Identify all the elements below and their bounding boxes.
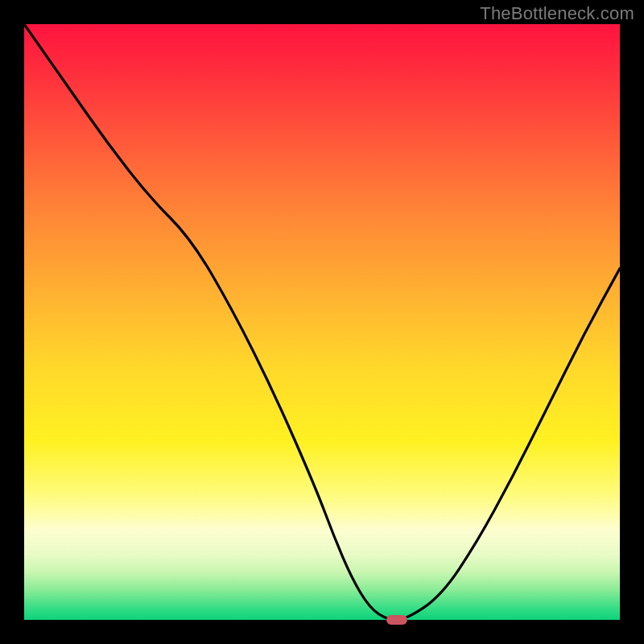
bottleneck-curve	[24, 24, 620, 620]
curve-line	[24, 24, 620, 620]
watermark-text: TheBottleneck.com	[480, 3, 634, 24]
plot-area	[24, 24, 620, 620]
chart-frame: TheBottleneck.com	[0, 0, 644, 644]
optimal-point-marker	[386, 615, 407, 625]
